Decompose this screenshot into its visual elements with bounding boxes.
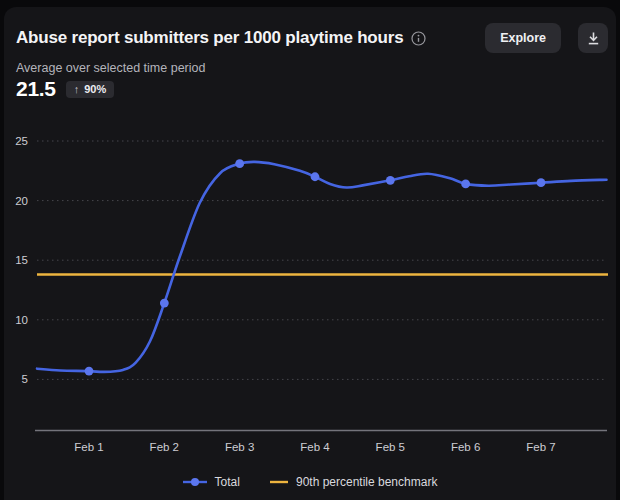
x-tick-label: Feb 7 — [526, 441, 555, 453]
line-chart[interactable]: 510152025Feb 1Feb 2Feb 3Feb 4Feb 5Feb 6F… — [0, 0, 620, 500]
x-tick-label: Feb 6 — [451, 441, 480, 453]
legend-label-total: Total — [215, 475, 240, 489]
y-tick-label: 15 — [15, 254, 28, 266]
total-legend-marker — [183, 477, 207, 487]
page-title: Abuse report submitters per 1000 playtim… — [16, 28, 403, 48]
y-tick-label: 10 — [15, 314, 28, 326]
data-point-feb-4[interactable] — [311, 172, 320, 181]
legend-item-benchmark[interactable]: 90th percentile benchmark — [270, 475, 437, 489]
info-icon[interactable] — [411, 31, 426, 46]
x-tick-label: Feb 1 — [74, 441, 103, 453]
benchmark-legend-marker — [270, 477, 288, 487]
data-point-feb-5[interactable] — [386, 176, 395, 185]
data-point-feb-6[interactable] — [461, 180, 470, 189]
data-point-feb-2[interactable] — [160, 299, 169, 308]
y-tick-label: 5 — [22, 373, 28, 385]
metric-change-percent: 90% — [84, 84, 106, 95]
metric-subtitle: Average over selected time period — [16, 61, 205, 75]
download-button[interactable] — [578, 23, 608, 53]
total-line — [37, 162, 606, 372]
explore-button[interactable]: Explore — [485, 23, 561, 53]
x-tick-label: Feb 2 — [150, 441, 179, 453]
data-point-feb-1[interactable] — [85, 367, 94, 376]
card-header: Abuse report submitters per 1000 playtim… — [16, 22, 608, 54]
download-icon — [586, 31, 601, 46]
metric-row: 21.5 ↑ 90% — [16, 77, 114, 101]
metric-change-badge: ↑ 90% — [66, 81, 115, 98]
metric-value: 21.5 — [16, 77, 56, 101]
y-tick-label: 25 — [15, 135, 28, 147]
data-point-feb-7[interactable] — [537, 178, 546, 187]
legend-item-total[interactable]: Total — [183, 475, 240, 489]
legend-label-benchmark: 90th percentile benchmark — [296, 475, 437, 489]
data-point-feb-3[interactable] — [235, 159, 244, 168]
chart-legend: Total 90th percentile benchmark — [0, 475, 620, 489]
y-tick-label: 20 — [15, 195, 28, 207]
x-tick-label: Feb 4 — [300, 441, 330, 453]
up-arrow-icon: ↑ — [74, 84, 80, 95]
x-tick-label: Feb 3 — [225, 441, 254, 453]
x-tick-label: Feb 5 — [376, 441, 405, 453]
